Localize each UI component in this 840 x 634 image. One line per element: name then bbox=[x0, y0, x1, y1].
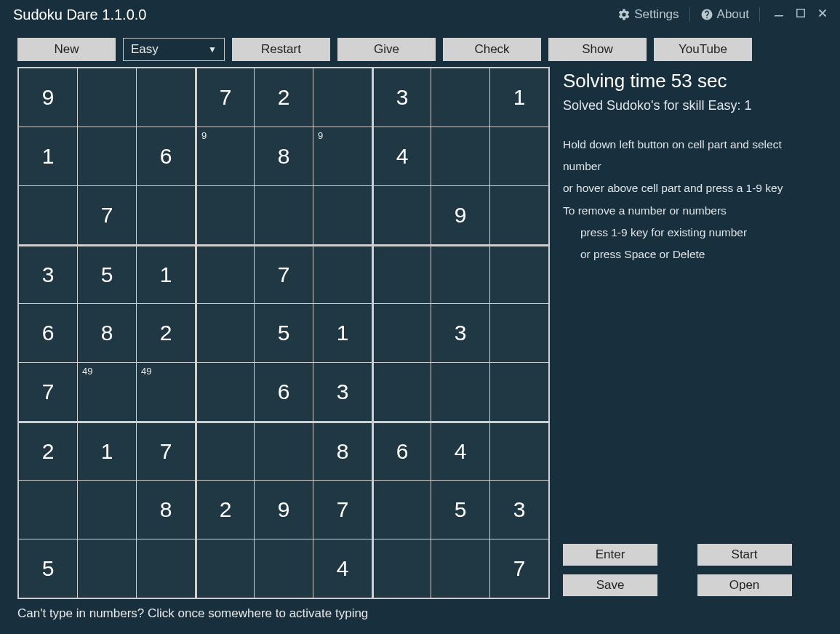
sudoku-cell[interactable]: 2 bbox=[137, 304, 195, 362]
sudoku-cell[interactable] bbox=[490, 245, 548, 303]
sudoku-cell[interactable]: 6 bbox=[137, 127, 195, 185]
sudoku-cell[interactable] bbox=[196, 186, 254, 244]
difficulty-select[interactable]: Easy ▼ bbox=[123, 38, 225, 61]
sudoku-cell[interactable] bbox=[196, 422, 254, 480]
sudoku-cell[interactable] bbox=[137, 539, 195, 598]
save-button[interactable]: Save bbox=[563, 574, 657, 596]
sudoku-cell[interactable] bbox=[490, 363, 548, 421]
sudoku-cell[interactable] bbox=[78, 539, 136, 598]
sudoku-cell[interactable] bbox=[19, 186, 77, 244]
sudoku-cell[interactable] bbox=[196, 363, 254, 421]
sudoku-cell[interactable]: 3 bbox=[313, 363, 372, 421]
settings-button[interactable]: Settings bbox=[617, 7, 679, 22]
sudoku-cell[interactable] bbox=[19, 481, 77, 539]
chevron-down-icon: ▼ bbox=[208, 44, 217, 55]
sudoku-cell[interactable]: 3 bbox=[490, 481, 548, 539]
sudoku-cell[interactable]: 5 bbox=[78, 245, 136, 303]
sudoku-cell[interactable]: 2 bbox=[196, 481, 254, 539]
sudoku-cell[interactable]: 6 bbox=[255, 363, 313, 421]
sudoku-cell[interactable] bbox=[431, 363, 489, 421]
sudoku-cell[interactable]: 1 bbox=[19, 127, 77, 185]
enter-button[interactable]: Enter bbox=[563, 544, 657, 566]
sudoku-cell[interactable] bbox=[313, 186, 372, 244]
sudoku-cell[interactable]: 8 bbox=[78, 304, 136, 362]
about-button[interactable]: About bbox=[700, 7, 749, 22]
sudoku-cell[interactable]: 3 bbox=[372, 68, 431, 127]
sudoku-cell[interactable] bbox=[78, 68, 136, 127]
sudoku-cell[interactable]: 7 bbox=[19, 363, 77, 421]
sudoku-cell[interactable]: 7 bbox=[196, 68, 254, 127]
sudoku-board: 9723116989479351768251374949632178648297… bbox=[17, 67, 550, 599]
sudoku-cell[interactable] bbox=[372, 539, 431, 598]
sudoku-cell[interactable]: 7 bbox=[313, 481, 372, 539]
sudoku-cell[interactable] bbox=[137, 68, 195, 127]
sudoku-cell[interactable] bbox=[196, 304, 254, 362]
sudoku-cell[interactable]: 5 bbox=[19, 539, 77, 598]
sudoku-cell[interactable]: 6 bbox=[19, 304, 77, 362]
sudoku-cell[interactable]: 9 bbox=[196, 127, 254, 185]
maximize-button[interactable] bbox=[792, 7, 809, 23]
sudoku-cell[interactable]: 8 bbox=[255, 127, 313, 185]
sudoku-cell[interactable]: 3 bbox=[19, 245, 77, 303]
sudoku-cell[interactable]: 9 bbox=[431, 186, 489, 244]
sudoku-cell[interactable]: 49 bbox=[78, 363, 136, 421]
sudoku-cell[interactable] bbox=[255, 539, 313, 598]
new-button[interactable]: New bbox=[17, 38, 116, 61]
sudoku-cell[interactable]: 6 bbox=[372, 422, 431, 480]
sudoku-cell[interactable]: 4 bbox=[431, 422, 489, 480]
sudoku-cell[interactable] bbox=[431, 127, 489, 185]
check-button[interactable]: Check bbox=[443, 38, 541, 61]
sudoku-cell[interactable] bbox=[196, 539, 254, 598]
youtube-button[interactable]: YouTube bbox=[654, 38, 752, 61]
sudoku-cell[interactable]: 1 bbox=[313, 304, 372, 362]
sudoku-cell[interactable] bbox=[490, 304, 548, 362]
sudoku-cell[interactable]: 49 bbox=[137, 363, 195, 421]
sudoku-cell[interactable] bbox=[196, 245, 254, 303]
sudoku-cell[interactable]: 4 bbox=[372, 127, 431, 185]
sudoku-cell[interactable] bbox=[372, 245, 431, 303]
sudoku-cell[interactable]: 9 bbox=[255, 481, 313, 539]
sudoku-cell[interactable]: 5 bbox=[255, 304, 313, 362]
minimize-button[interactable] bbox=[770, 7, 788, 23]
sudoku-cell[interactable] bbox=[431, 539, 489, 598]
sudoku-cell[interactable]: 2 bbox=[255, 68, 313, 127]
sudoku-cell[interactable]: 9 bbox=[313, 127, 372, 185]
sudoku-cell[interactable] bbox=[78, 127, 136, 185]
sudoku-cell[interactable] bbox=[78, 481, 136, 539]
sudoku-cell[interactable]: 8 bbox=[313, 422, 372, 480]
sudoku-cell[interactable] bbox=[372, 186, 431, 244]
sudoku-cell[interactable] bbox=[431, 68, 489, 127]
sudoku-cell[interactable] bbox=[490, 422, 548, 480]
start-button[interactable]: Start bbox=[697, 544, 792, 566]
sudoku-cell[interactable] bbox=[255, 422, 313, 480]
sudoku-cell[interactable] bbox=[372, 304, 431, 362]
sudoku-cell[interactable]: 7 bbox=[490, 539, 548, 598]
sudoku-cell[interactable]: 1 bbox=[137, 245, 195, 303]
sudoku-cell[interactable] bbox=[255, 186, 313, 244]
sudoku-cell[interactable] bbox=[372, 363, 431, 421]
open-button[interactable]: Open bbox=[697, 574, 792, 596]
sudoku-cell[interactable] bbox=[490, 186, 548, 244]
sudoku-cell[interactable]: 1 bbox=[78, 422, 136, 480]
sudoku-cell[interactable]: 2 bbox=[19, 422, 77, 480]
sudoku-cell[interactable] bbox=[372, 481, 431, 539]
sudoku-cell[interactable]: 5 bbox=[431, 481, 489, 539]
sudoku-cell[interactable]: 9 bbox=[19, 68, 77, 127]
close-button[interactable] bbox=[814, 7, 831, 23]
sudoku-cell[interactable]: 7 bbox=[255, 245, 313, 303]
sudoku-cell[interactable]: 8 bbox=[137, 481, 195, 539]
sudoku-cell[interactable]: 3 bbox=[431, 304, 489, 362]
show-button[interactable]: Show bbox=[548, 38, 647, 61]
sudoku-cell[interactable]: 1 bbox=[490, 68, 548, 127]
sudoku-cell[interactable] bbox=[431, 245, 489, 303]
app-title: Sudoku Dare 1.1.0.0 bbox=[13, 7, 146, 23]
restart-button[interactable]: Restart bbox=[232, 38, 330, 61]
give-button[interactable]: Give bbox=[337, 38, 436, 61]
sudoku-cell[interactable]: 7 bbox=[78, 186, 136, 244]
sudoku-cell[interactable]: 7 bbox=[137, 422, 195, 480]
sudoku-cell[interactable] bbox=[490, 127, 548, 185]
sudoku-cell[interactable] bbox=[313, 245, 372, 303]
sudoku-cell[interactable] bbox=[137, 186, 195, 244]
sudoku-cell[interactable]: 4 bbox=[313, 539, 372, 598]
sudoku-cell[interactable] bbox=[313, 68, 372, 127]
